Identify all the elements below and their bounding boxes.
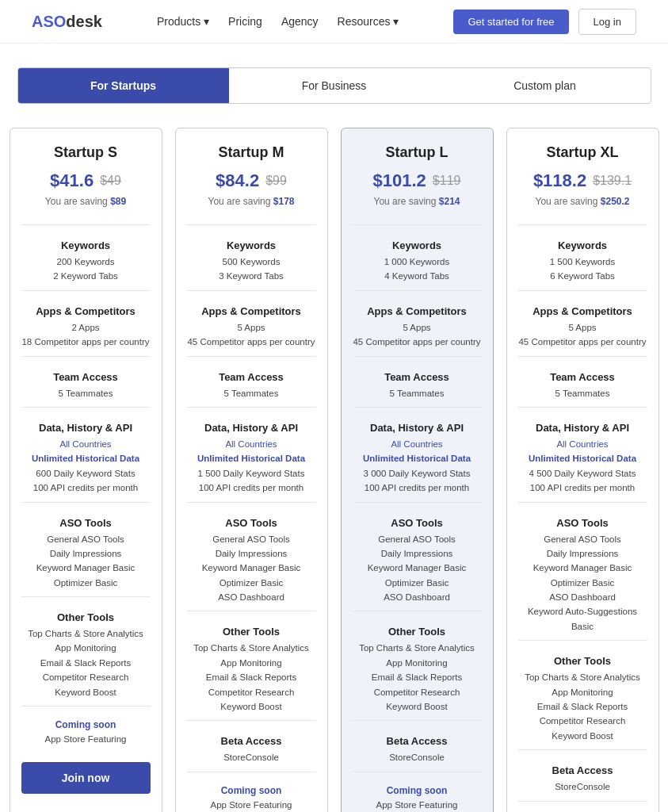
plan-s-other-5: Keyword Boost	[55, 685, 116, 699]
plan-s-other-4: Competitor Research	[43, 670, 129, 684]
plan-s-team-title: Team Access	[53, 371, 118, 383]
plan-l-aso-3: Keyword Manager Basic	[368, 561, 467, 575]
plan-s-keywords-1: 200 Keywords	[57, 255, 115, 269]
plan-s-aso-1: General ASO Tools	[47, 532, 124, 546]
login-button[interactable]: Log in	[578, 9, 636, 35]
plan-xl-apps-1: 5 Apps	[568, 320, 596, 335]
plan-m-coming-1: App Store Featuring	[211, 798, 292, 812]
plan-l-other-4: Competitor Research	[374, 685, 460, 699]
plan-xl-aso-6: Keyword Auto-Suggestions Basic	[518, 604, 647, 634]
plan-l-price: $101.2 $119	[373, 170, 461, 191]
plan-startup-s: Startup S $41.6 $49 You are saving $89 K…	[10, 128, 162, 812]
plan-xl-keywords-2: 6 Keyword Tabs	[550, 269, 615, 283]
pricing-cards: Startup S $41.6 $49 You are saving $89 K…	[2, 128, 667, 812]
plan-m-beta-1: StoreConsole	[223, 750, 279, 764]
plan-xl-team-title: Team Access	[550, 371, 615, 383]
plan-l-data-title: Data, History & API	[370, 422, 464, 434]
plan-s-aso-title: ASO Tools	[59, 517, 111, 529]
plan-xl-other-title: Other Tools	[554, 655, 611, 667]
plan-xl-aso-5: ASO Dashboard	[549, 590, 616, 604]
plan-xl-data-4: 100 API credits per month	[530, 481, 635, 495]
plan-s-join-button[interactable]: Join now	[21, 762, 151, 794]
get-started-button[interactable]: Get started for free	[453, 10, 568, 34]
plan-m-other-5: Keyword Boost	[220, 699, 281, 714]
plan-s-other-title: Other Tools	[57, 611, 114, 623]
plan-s-aso-3: Keyword Manager Basic	[36, 561, 136, 575]
plan-l-beta-title: Beta Access	[387, 735, 448, 747]
plan-xl-other-4: Competitor Research	[540, 714, 626, 728]
nav-resources[interactable]: Resources ▾	[338, 15, 399, 28]
plan-m-aso-title: ASO Tools	[225, 517, 277, 529]
plan-s-apps-title: Apps & Competitors	[36, 305, 136, 317]
plan-l-other-5: Keyword Boost	[386, 699, 447, 714]
plan-s-aso-2: Daily Impressions	[50, 546, 122, 561]
tab-custom-plan[interactable]: Custom plan	[440, 68, 651, 103]
plan-l-team-title: Team Access	[384, 371, 449, 383]
plan-m-team-title: Team Access	[219, 371, 284, 383]
main-nav: Products ▾ Pricing Agency Resources ▾	[157, 15, 399, 28]
plan-xl-beta-1: StoreConsole	[555, 779, 610, 794]
tab-for-business[interactable]: For Business	[229, 68, 440, 103]
plan-s-title: Startup S	[54, 144, 117, 161]
plan-m-data-2: Unlimited Historical Data	[197, 451, 305, 465]
plan-l-beta-1: StoreConsole	[389, 750, 445, 764]
plan-l-price-current: $101.2	[373, 170, 426, 191]
plan-l-aso-1: General ASO Tools	[378, 532, 456, 546]
nav-pricing[interactable]: Pricing	[228, 15, 262, 28]
plan-xl-data-1: All Countries	[556, 437, 608, 451]
plan-l-data-3: 3 000 Daily Keyword Stats	[364, 466, 471, 481]
plan-s-keywords-title: Keywords	[61, 239, 110, 251]
plan-s-apps-1: 2 Apps	[71, 320, 99, 335]
plan-m-data-4: 100 API credits per month	[199, 481, 303, 495]
plan-l-saving: You are saving $214	[374, 196, 460, 207]
plan-l-other-2: App Monitoring	[386, 656, 447, 670]
plan-l-aso-title: ASO Tools	[391, 517, 442, 529]
plan-s-data-4: 100 API credits per month	[33, 481, 138, 495]
plan-m-coming-soon-label: Coming soon	[221, 785, 282, 796]
plan-m-price-old: $99	[265, 174, 287, 188]
plan-m-keywords-2: 3 Keyword Tabs	[219, 269, 284, 283]
plan-m-aso-2: Daily Impressions	[216, 546, 288, 561]
plan-l-price-old: $119	[433, 174, 461, 188]
plan-m-team-1: 5 Teammates	[224, 386, 279, 400]
plan-s-data-1: All Countries	[59, 437, 111, 451]
nav-agency[interactable]: Agency	[281, 15, 319, 28]
plan-m-apps-1: 5 Apps	[237, 320, 265, 335]
plan-m-saving: You are saving $178	[208, 196, 295, 207]
plan-xl-team-1: 5 Teammates	[555, 386, 610, 400]
plan-m-other-title: Other Tools	[223, 626, 280, 638]
plan-startup-l: Startup L $101.2 $119 You are saving $21…	[341, 128, 494, 812]
plan-xl-data-3: 4 500 Daily Keyword Stats	[529, 466, 636, 481]
plan-xl-data-2: Unlimited Historical Data	[529, 451, 636, 465]
plan-l-other-1: Top Charts & Store Analytics	[359, 641, 475, 655]
plan-xl-price-old: $139.1	[593, 174, 632, 188]
plan-m-data-title: Data, History & API	[204, 422, 298, 434]
plan-l-aso-2: Daily Impressions	[381, 546, 453, 561]
plan-l-aso-5: ASO Dashboard	[384, 590, 450, 604]
plan-l-coming-soon-label: Coming soon	[387, 785, 448, 796]
plan-xl-other-1: Top Charts & Store Analytics	[525, 670, 640, 684]
plan-xl-aso-1: General ASO Tools	[544, 532, 621, 546]
plan-l-apps-title: Apps & Competitors	[367, 305, 467, 317]
plan-xl-other-2: App Monitoring	[552, 685, 613, 699]
tab-for-startups[interactable]: For Startups	[18, 68, 229, 103]
plan-xl-title: Startup XL	[546, 144, 618, 161]
plan-m-keywords-title: Keywords	[227, 239, 276, 251]
plan-l-team-1: 5 Teammates	[390, 386, 445, 400]
plan-s-price-current: $41.6	[50, 170, 94, 191]
plan-xl-saving: You are saving $250.2	[536, 196, 630, 207]
nav-products[interactable]: Products ▾	[157, 15, 209, 28]
plan-m-other-4: Competitor Research	[208, 685, 295, 699]
plan-m-aso-1: General ASO Tools	[212, 532, 290, 546]
plan-s-data-2: Unlimited Historical Data	[32, 451, 139, 465]
plan-xl-price-current: $118.2	[533, 170, 586, 191]
plan-l-apps-2: 45 Competitor apps per country	[353, 335, 480, 349]
header: ASOdesk Products ▾ Pricing Agency Resour…	[0, 0, 668, 44]
plan-m-apps-2: 45 Competitor apps per country	[187, 335, 315, 349]
plan-xl-aso-3: Keyword Manager Basic	[533, 561, 632, 575]
plan-l-aso-4: Optimizer Basic	[385, 576, 449, 590]
plan-m-apps-title: Apps & Competitors	[201, 305, 301, 317]
plan-xl-keywords-1: 1 500 Keywords	[550, 255, 615, 269]
plan-s-other-1: Top Charts & Store Analytics	[28, 626, 143, 641]
plan-s-data-3: 600 Daily Keyword Stats	[36, 466, 135, 481]
